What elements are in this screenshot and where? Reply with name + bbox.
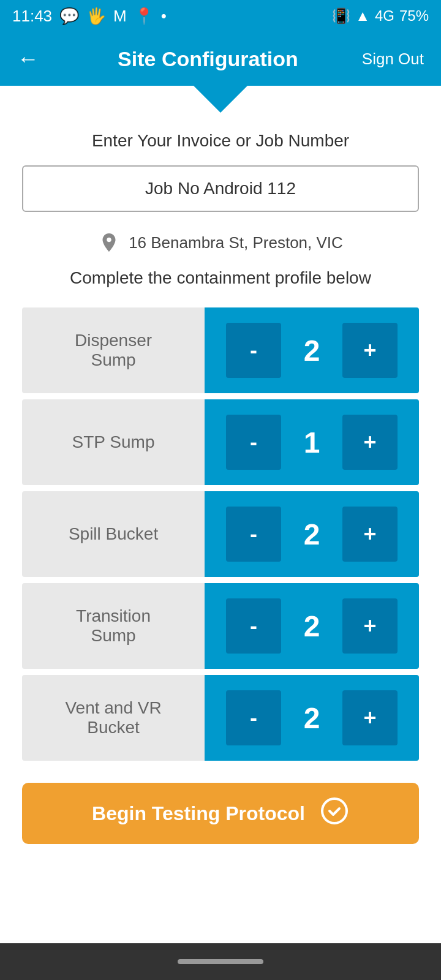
decrement-stp-sump[interactable]: - bbox=[226, 415, 281, 470]
gmail-icon: M bbox=[113, 7, 127, 26]
containment-row-stp-sump: STP Sump - 1 + bbox=[22, 399, 419, 485]
value-vent-vr-bucket: 2 bbox=[281, 701, 342, 735]
sign-out-button[interactable]: Sign Out bbox=[362, 50, 424, 69]
invoice-input[interactable] bbox=[22, 165, 419, 212]
home-indicator bbox=[178, 959, 263, 964]
checkmark-circle-icon bbox=[320, 796, 349, 831]
counter-stp-sump: - 1 + bbox=[205, 399, 419, 485]
wifi-icon: ▲ bbox=[355, 7, 370, 24]
decrement-spill-bucket[interactable]: - bbox=[226, 507, 281, 562]
containment-row-spill-bucket: Spill Bucket - 2 + bbox=[22, 491, 419, 577]
increment-vent-vr-bucket[interactable]: + bbox=[342, 690, 398, 745]
chevron-container bbox=[0, 86, 441, 113]
app-bar: ← Site Configuration Sign Out bbox=[0, 32, 441, 86]
begin-testing-label: Begin Testing Protocol bbox=[92, 802, 305, 825]
location-pin-icon bbox=[98, 232, 120, 254]
containment-row-vent-vr-bucket: Vent and VRBucket - 2 + bbox=[22, 675, 419, 761]
decrement-dispenser-sump[interactable]: - bbox=[226, 323, 281, 378]
containment-row-transition-sump: TransitionSump - 2 + bbox=[22, 583, 419, 669]
page-title: Site Configuration bbox=[54, 47, 362, 71]
address-text: 16 Benambra St, Preston, VIC bbox=[129, 233, 343, 252]
address-row: 16 Benambra St, Preston, VIC bbox=[22, 232, 419, 254]
increment-spill-bucket[interactable]: + bbox=[342, 507, 398, 562]
signal-icon: 4G bbox=[375, 7, 394, 24]
increment-stp-sump[interactable]: + bbox=[342, 415, 398, 470]
row-label-stp-sump: STP Sump bbox=[22, 399, 205, 485]
invoice-label: Enter Your Invoice or Job Number bbox=[22, 131, 419, 151]
hand-icon: 🖐 bbox=[86, 7, 106, 26]
status-bar-left: 11:43 💬 🖐 M 📍 • bbox=[12, 7, 167, 26]
counter-spill-bucket: - 2 + bbox=[205, 491, 419, 577]
containment-label: Complete the containment profile below bbox=[22, 268, 419, 288]
location-icon-status: 📍 bbox=[134, 7, 154, 26]
decrement-transition-sump[interactable]: - bbox=[226, 598, 281, 654]
counter-vent-vr-bucket: - 2 + bbox=[205, 675, 419, 761]
counter-transition-sump: - 2 + bbox=[205, 583, 419, 669]
value-dispenser-sump: 2 bbox=[281, 334, 342, 368]
status-time: 11:43 bbox=[12, 7, 52, 26]
row-label-vent-vr-bucket: Vent and VRBucket bbox=[22, 675, 205, 761]
main-content: Enter Your Invoice or Job Number 16 Bena… bbox=[0, 113, 441, 881]
bottom-bar bbox=[0, 943, 441, 980]
chevron-down-icon bbox=[194, 86, 247, 113]
svg-point-0 bbox=[322, 799, 347, 823]
row-label-spill-bucket: Spill Bucket bbox=[22, 491, 205, 577]
value-transition-sump: 2 bbox=[281, 609, 342, 643]
increment-dispenser-sump[interactable]: + bbox=[342, 323, 398, 378]
row-label-dispenser-sump: DispenserSump bbox=[22, 307, 205, 393]
message-icon: 💬 bbox=[59, 7, 79, 26]
value-spill-bucket: 2 bbox=[281, 518, 342, 551]
decrement-vent-vr-bucket[interactable]: - bbox=[226, 690, 281, 745]
back-button[interactable]: ← bbox=[17, 46, 54, 72]
row-label-transition-sump: TransitionSump bbox=[22, 583, 205, 669]
counter-dispenser-sump: - 2 + bbox=[205, 307, 419, 393]
status-bar-right: 📳 ▲ 4G 75% bbox=[332, 7, 429, 24]
begin-testing-button[interactable]: Begin Testing Protocol bbox=[22, 783, 419, 844]
vibrate-icon: 📳 bbox=[332, 7, 350, 24]
battery-text: 75% bbox=[399, 7, 429, 24]
dot-icon: • bbox=[161, 7, 167, 26]
value-stp-sump: 1 bbox=[281, 426, 342, 459]
status-bar: 11:43 💬 🖐 M 📍 • 📳 ▲ 4G 75% bbox=[0, 0, 441, 32]
containment-list: DispenserSump - 2 + STP Sump - 1 + Spill… bbox=[22, 307, 419, 761]
increment-transition-sump[interactable]: + bbox=[342, 598, 398, 654]
containment-row-dispenser-sump: DispenserSump - 2 + bbox=[22, 307, 419, 393]
